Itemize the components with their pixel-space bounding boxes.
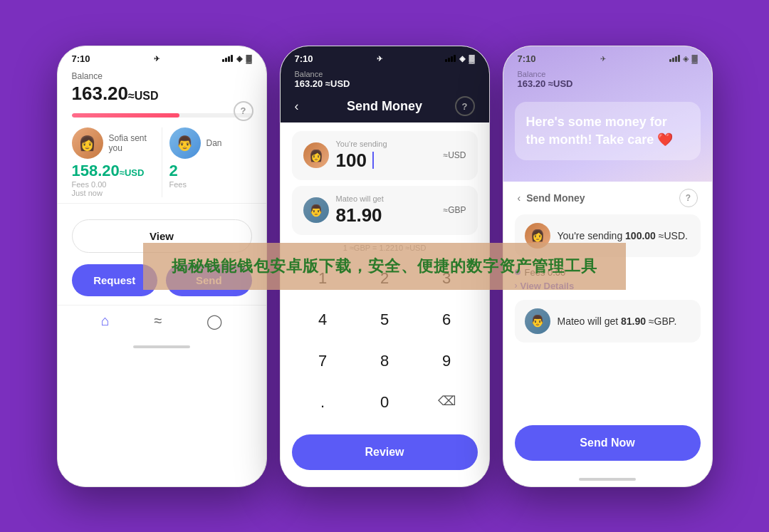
sending-text: You're sending 100.00 ≈USD. <box>558 230 688 241</box>
watermark: 揭秘钱能钱包安卓版下载，安全、便捷的数字资产管理工具 <box>143 243 626 290</box>
dan-fees: Fees <box>169 180 187 189</box>
sofia-amount: 158.20≈USD <box>72 162 145 180</box>
time-2: 7:10 <box>295 53 313 64</box>
send-now-button-container: Send Now <box>503 417 712 472</box>
sofia-avatar: 👩 <box>72 127 103 159</box>
dan-name: Dan <box>206 138 222 148</box>
status-icons-3: ◈ ▓ <box>669 54 697 63</box>
battery-icon-1: ▓ <box>246 54 251 63</box>
numpad-0[interactable]: 0 <box>354 382 416 423</box>
status-bar-1: 7:10 ✈ ◈ ▓ <box>58 46 266 67</box>
battery-icon-2: ▓ <box>469 54 474 63</box>
receiver-row: 👨 Mateo will get 81.90 ≈GBP. <box>515 300 701 343</box>
phone3-gradient-top: 7:10 ✈ ◈ ▓ Balance 163.20 ≈USD Her <box>503 46 712 182</box>
sofia-fees: Fees 0.00 <box>72 180 107 189</box>
sending-amount: 100 <box>336 150 436 172</box>
home-indicator-2 <box>281 481 489 487</box>
confirm-header-row: ‹ Send Money ? <box>515 189 701 214</box>
status-icons-1: ◈ ▓ <box>222 54 251 63</box>
receiving-label: Mateo will get <box>336 194 436 203</box>
send-title-row: ‹ Send Money ? <box>281 95 489 122</box>
signal-icon-3 <box>669 55 680 62</box>
balance-amount-2: 163.20 ≈USD <box>295 78 350 89</box>
receiver-text: Mateo will get 81.90 ≈GBP. <box>558 315 677 327</box>
balance-label-3: Balance <box>518 70 573 78</box>
time-3: 7:10 <box>518 53 536 64</box>
location-icon-2: ✈ <box>377 55 382 63</box>
status-icons-2: ◈ ▓ <box>445 54 474 63</box>
review-button-container: Review <box>281 426 489 481</box>
review-button[interactable]: Review <box>292 434 478 470</box>
battery-icon-3: ▓ <box>691 54 697 63</box>
message-bubble: Here's some money for the month! Take ca… <box>515 102 701 160</box>
time-1: 7:10 <box>72 53 90 64</box>
balance-amount-3: 163.20 ≈USD <box>518 78 573 89</box>
wifi-icon-1: ◈ <box>236 54 242 63</box>
balance-label-2: Balance <box>295 70 350 78</box>
numpad-backspace[interactable]: ⌫ <box>416 382 478 423</box>
receiving-currency: ≈GBP <box>444 205 466 215</box>
sender-avatar: 👩 <box>303 142 329 168</box>
numpad-4[interactable]: 4 <box>292 299 354 340</box>
help-button-3[interactable]: ? <box>679 189 698 207</box>
message-text: Here's some money for the month! Take ca… <box>526 113 689 149</box>
home-indicator-1 <box>58 340 266 354</box>
location-icon-3: ✈ <box>600 55 606 63</box>
numpad-8[interactable]: 8 <box>354 340 416 382</box>
sending-field-content: You're sending 100 <box>336 140 436 172</box>
receiver-avatar: 👨 <box>303 197 329 223</box>
help-button-2[interactable]: ? <box>455 96 475 116</box>
send-money-label-3: Send Money <box>526 192 585 204</box>
receiving-field-content: Mateo will get 81.90 <box>336 194 436 226</box>
send-now-button[interactable]: Send Now <box>515 425 701 461</box>
heart-emoji: ❤️ <box>657 132 673 147</box>
progress-bar <box>72 113 252 118</box>
send-money-title: Send Money <box>347 99 422 114</box>
wifi-icon-2: ◈ <box>459 54 465 63</box>
nav-profile-icon[interactable]: ◯ <box>206 313 222 330</box>
sofia-time: Just now <box>72 189 103 197</box>
dan-avatar: 👨 <box>169 127 201 159</box>
balance-amount-1: 163.20≈USD <box>72 83 252 105</box>
nav-approx-icon[interactable]: ≈ <box>155 313 162 329</box>
receiving-amount: 81.90 <box>336 204 436 226</box>
numpad-9[interactable]: 9 <box>416 340 478 382</box>
numpad-5[interactable]: 5 <box>354 299 416 340</box>
receiving-amount-field: 👨 Mateo will get 81.90 ≈GBP <box>292 186 478 235</box>
balance-label-1: Balance <box>72 71 252 81</box>
nav-home-icon[interactable]: ⌂ <box>101 313 110 329</box>
home-indicator-3 <box>503 472 712 486</box>
numpad-dot[interactable]: . <box>292 382 354 423</box>
dan-amount: 2 <box>169 162 178 180</box>
progress-fill <box>72 113 180 118</box>
signal-icon-1 <box>222 55 233 62</box>
sofia-name: Sofia sent you <box>109 133 155 153</box>
status-bar-2: 7:10 ✈ ◈ ▓ <box>281 46 489 67</box>
signal-icon-2 <box>445 55 456 62</box>
help-button-1[interactable]: ? <box>234 101 253 121</box>
sending-label: You're sending <box>336 140 436 148</box>
location-icon: ✈ <box>154 55 159 63</box>
receiver-avatar-3: 👨 <box>525 308 550 334</box>
back-button[interactable]: ‹ <box>295 99 299 114</box>
sending-currency: ≈USD <box>444 150 466 160</box>
back-button-3[interactable]: ‹ <box>518 192 521 204</box>
numpad-6[interactable]: 6 <box>416 299 478 340</box>
sending-amount-field: 👩 You're sending 100 ≈USD <box>292 131 478 180</box>
numpad-7[interactable]: 7 <box>292 340 354 382</box>
cursor <box>372 152 374 169</box>
bottom-nav: ⌂ ≈ ◯ <box>58 305 266 340</box>
wifi-icon-3: ◈ <box>683 54 689 63</box>
